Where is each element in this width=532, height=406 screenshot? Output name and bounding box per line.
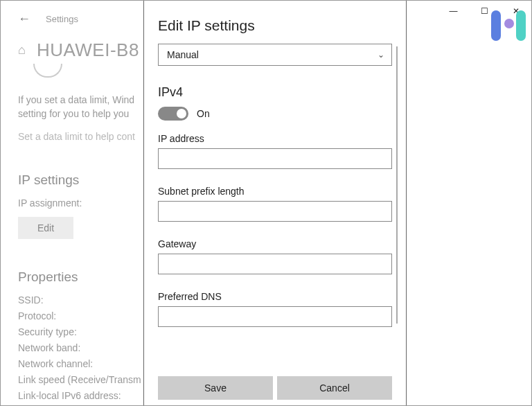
network-name-title: HUAWEI-B8 xyxy=(37,39,139,61)
ipv4-toggle-state: On xyxy=(197,108,210,119)
ipv4-toggle[interactable] xyxy=(158,107,188,121)
ip-address-input[interactable] xyxy=(158,148,392,169)
preferred-dns-label: Preferred DNS xyxy=(158,291,392,302)
ip-mode-select[interactable]: Manual ⌄ xyxy=(158,44,392,66)
scrollbar[interactable] xyxy=(396,46,398,324)
ipv4-heading: IPv4 xyxy=(158,85,392,100)
ip-address-label: IP address xyxy=(158,133,392,144)
dialog-actions: Save Cancel xyxy=(158,372,392,405)
preferred-dns-input[interactable] xyxy=(158,306,392,327)
subnet-prefix-input[interactable] xyxy=(158,201,392,222)
chevron-down-icon: ⌄ xyxy=(378,50,384,60)
dialog-scroll-area: IPv4 On IP address Subnet prefix length … xyxy=(158,85,392,372)
gateway-input[interactable] xyxy=(158,254,392,274)
edit-ip-button[interactable]: Edit xyxy=(18,217,73,239)
home-icon[interactable]: ⌂ xyxy=(18,43,26,58)
profile-arc-icon xyxy=(33,64,62,78)
dialog-title: Edit IP settings xyxy=(158,17,392,34)
settings-header-label: Settings xyxy=(46,14,78,24)
cancel-button[interactable]: Cancel xyxy=(277,376,392,400)
close-button[interactable]: ✕ xyxy=(500,1,531,21)
maximize-button[interactable]: ☐ xyxy=(469,1,500,21)
gateway-label: Gateway xyxy=(158,238,392,249)
edit-ip-settings-dialog: Edit IP settings Manual ⌄ IPv4 On IP add… xyxy=(143,1,407,405)
ip-mode-value: Manual xyxy=(167,49,199,60)
subnet-prefix-label: Subnet prefix length xyxy=(158,186,392,197)
save-button[interactable]: Save xyxy=(158,376,273,400)
back-arrow-icon[interactable]: ← xyxy=(18,12,30,26)
window-controls: — ☐ ✕ xyxy=(438,1,531,21)
minimize-button[interactable]: — xyxy=(438,1,469,21)
